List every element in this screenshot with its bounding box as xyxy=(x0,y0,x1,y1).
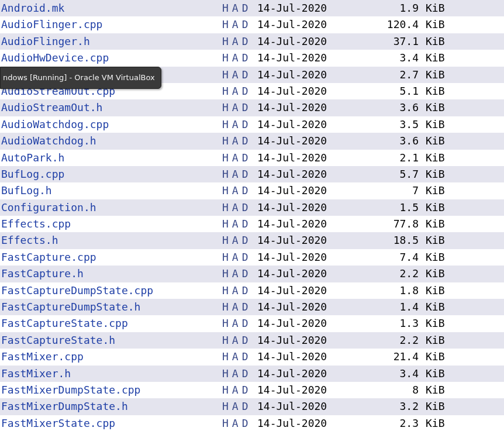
file-row: FastMixerState.cppHAD14-Jul-20202.3KiB xyxy=(0,415,504,431)
file-link[interactable]: AudioFlinger.h xyxy=(0,33,222,50)
file-row: AudioHwDevice.cppHAD14-Jul-20203.4KiB xyxy=(0,50,504,66)
file-link[interactable]: FastMixerDumpState.cpp xyxy=(0,382,222,398)
had-links[interactable]: HAD xyxy=(222,150,257,166)
file-date: 14-Jul-2020 xyxy=(257,398,351,415)
had-links[interactable]: HAD xyxy=(222,83,257,99)
had-links[interactable]: HAD xyxy=(222,249,257,266)
file-link[interactable]: AudioStreamOut.h xyxy=(0,99,222,116)
file-size-unit: KiB xyxy=(421,282,450,299)
file-date: 14-Jul-2020 xyxy=(257,232,351,249)
had-links[interactable]: HAD xyxy=(222,398,257,415)
file-link[interactable]: FastCaptureState.cpp xyxy=(0,315,222,332)
file-link[interactable]: BufLog.h xyxy=(0,182,222,199)
file-link[interactable]: Effects.cpp xyxy=(0,216,222,232)
file-link[interactable]: FastMixerState.cpp xyxy=(0,415,222,431)
file-size-unit: KiB xyxy=(421,332,450,349)
had-links[interactable]: HAD xyxy=(222,282,257,299)
file-size-unit: KiB xyxy=(421,232,450,249)
had-links[interactable]: HAD xyxy=(222,166,257,182)
file-link[interactable]: AutoPark.h xyxy=(0,150,222,166)
file-link[interactable]: FastMixerDumpState.h xyxy=(0,398,222,415)
tooltip-text: ndows [Running] - Oracle VM VirtualBox xyxy=(3,73,155,82)
file-size-unit: KiB xyxy=(421,349,450,365)
file-link[interactable]: FastMixer.cpp xyxy=(0,349,222,365)
file-date: 14-Jul-2020 xyxy=(257,216,351,232)
file-size: 37.1 xyxy=(351,33,421,50)
file-link[interactable]: AudioWatchdog.cpp xyxy=(0,116,222,133)
file-link[interactable]: BufLog.cpp xyxy=(0,166,222,182)
file-size: 3.6 xyxy=(351,133,421,149)
had-links[interactable]: HAD xyxy=(222,315,257,332)
file-size-unit: KiB xyxy=(421,150,450,166)
had-links[interactable]: HAD xyxy=(222,299,257,315)
file-size: 3.6 xyxy=(351,99,421,116)
file-link[interactable]: FastCapture.cpp xyxy=(0,249,222,266)
file-link[interactable]: FastCaptureState.h xyxy=(0,332,222,349)
had-links[interactable]: HAD xyxy=(222,349,257,365)
file-row: FastMixer.hHAD14-Jul-20203.4KiB xyxy=(0,366,504,382)
file-size-unit: KiB xyxy=(421,116,450,133)
had-links[interactable]: HAD xyxy=(222,199,257,216)
file-size-unit: KiB xyxy=(421,415,450,431)
file-date: 14-Jul-2020 xyxy=(257,299,351,315)
file-link[interactable]: AudioFlinger.cpp xyxy=(0,16,222,33)
file-size: 3.2 xyxy=(351,398,421,415)
file-size-unit: KiB xyxy=(421,83,450,99)
file-size: 7.4 xyxy=(351,249,421,266)
had-links[interactable]: HAD xyxy=(222,0,257,16)
file-link[interactable]: AudioHwDevice.cpp xyxy=(0,50,222,66)
file-row: AudioFlinger.hHAD14-Jul-202037.1KiB xyxy=(0,33,504,50)
had-links[interactable]: HAD xyxy=(222,99,257,116)
file-size-unit: KiB xyxy=(421,382,450,398)
file-date: 14-Jul-2020 xyxy=(257,50,351,66)
file-date: 14-Jul-2020 xyxy=(257,315,351,332)
had-links[interactable]: HAD xyxy=(222,332,257,349)
file-size-unit: KiB xyxy=(421,99,450,116)
had-links[interactable]: HAD xyxy=(222,50,257,66)
file-link[interactable]: FastCapture.h xyxy=(0,266,222,282)
file-size: 3.4 xyxy=(351,50,421,66)
had-links[interactable]: HAD xyxy=(222,133,257,149)
file-size: 7 xyxy=(351,182,421,199)
file-date: 14-Jul-2020 xyxy=(257,199,351,216)
virtualbox-tooltip: ndows [Running] - Oracle VM VirtualBox xyxy=(0,67,161,89)
file-link[interactable]: Android.mk xyxy=(0,0,222,16)
file-listing: Android.mkHAD14-Jul-20201.9KiBAudioFling… xyxy=(0,0,504,431)
file-size: 1.4 xyxy=(351,299,421,315)
had-links[interactable]: HAD xyxy=(222,366,257,382)
file-size-unit: KiB xyxy=(421,266,450,282)
file-row: FastCaptureDumpState.hHAD14-Jul-20201.4K… xyxy=(0,299,504,315)
had-links[interactable]: HAD xyxy=(222,33,257,50)
file-size-unit: KiB xyxy=(421,398,450,415)
had-links[interactable]: HAD xyxy=(222,216,257,232)
had-links[interactable]: HAD xyxy=(222,232,257,249)
file-link[interactable]: FastCaptureDumpState.cpp xyxy=(0,282,222,299)
file-row: AutoPark.hHAD14-Jul-20202.1KiB xyxy=(0,150,504,166)
file-size-unit: KiB xyxy=(421,50,450,66)
file-link[interactable]: Effects.h xyxy=(0,232,222,249)
had-links[interactable]: HAD xyxy=(222,67,257,83)
file-date: 14-Jul-2020 xyxy=(257,415,351,431)
file-link[interactable]: Configuration.h xyxy=(0,199,222,216)
had-links[interactable]: HAD xyxy=(222,182,257,199)
file-link[interactable]: FastMixer.h xyxy=(0,366,222,382)
file-size: 2.2 xyxy=(351,266,421,282)
file-size-unit: KiB xyxy=(421,67,450,83)
file-row: Effects.hHAD14-Jul-202018.5KiB xyxy=(0,232,504,249)
file-size: 77.8 xyxy=(351,216,421,232)
had-links[interactable]: HAD xyxy=(222,382,257,398)
file-row: FastMixerDumpState.hHAD14-Jul-20203.2KiB xyxy=(0,398,504,415)
had-links[interactable]: HAD xyxy=(222,16,257,33)
had-links[interactable]: HAD xyxy=(222,415,257,431)
file-row: Configuration.hHAD14-Jul-20201.5KiB xyxy=(0,199,504,216)
file-size-unit: KiB xyxy=(421,199,450,216)
had-links[interactable]: HAD xyxy=(222,116,257,133)
file-link[interactable]: AudioWatchdog.h xyxy=(0,133,222,149)
file-date: 14-Jul-2020 xyxy=(257,33,351,50)
had-links[interactable]: HAD xyxy=(222,266,257,282)
file-date: 14-Jul-2020 xyxy=(257,332,351,349)
file-link[interactable]: FastCaptureDumpState.h xyxy=(0,299,222,315)
file-size: 2.7 xyxy=(351,67,421,83)
file-row: BufLog.cppHAD14-Jul-20205.7KiB xyxy=(0,166,504,182)
file-size-unit: KiB xyxy=(421,16,450,33)
